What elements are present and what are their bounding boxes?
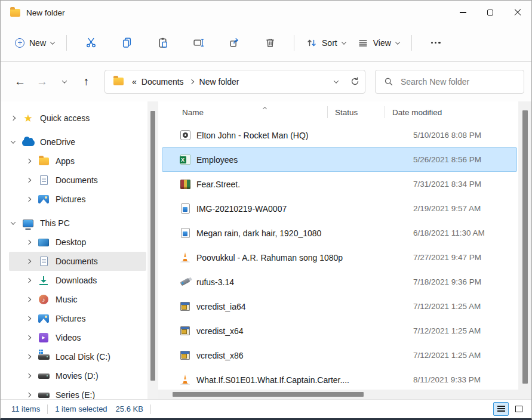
sidebar-scrollbar-thumb[interactable] — [150, 111, 155, 381]
chevron-right-icon[interactable] — [26, 279, 32, 282]
minimize-button[interactable] — [449, 1, 476, 24]
chevron-right-icon — [189, 79, 193, 84]
file-row[interactable]: Fear.Street. 7/31/2021 8:34 PM — [162, 172, 517, 196]
sidebar-item-quick-access[interactable]: ★ Quick access — [9, 109, 146, 128]
details-view-button[interactable] — [493, 402, 509, 416]
file-date: 7/18/2021 9:36 PM — [413, 277, 481, 286]
computer-icon — [20, 220, 36, 227]
search-input[interactable] — [401, 77, 518, 87]
cut-button[interactable] — [79, 31, 103, 55]
forward-button[interactable]: → — [31, 71, 53, 92]
file-row[interactable]: Megan rain, dark hair, 1920_1080 6/18/20… — [162, 221, 517, 245]
picture-icon — [36, 314, 51, 323]
vertical-scrollbar-thumb[interactable] — [522, 110, 528, 384]
file-row[interactable]: rufus-3.14 7/18/2021 9:36 PM — [162, 270, 517, 294]
up-button[interactable]: ↑ — [75, 71, 97, 92]
file-row[interactable]: vcredist_x86 7/12/2021 1:25 AM — [162, 343, 517, 368]
vertical-scrollbar[interactable] — [518, 101, 531, 399]
address-dropdown-chevron[interactable] — [334, 78, 339, 83]
sidebar-item-documents[interactable]: Documents — [9, 252, 146, 271]
file-explorer-window: New folder New — [0, 0, 532, 420]
sidebar-item-onedrive-pictures[interactable]: Pictures — [9, 190, 146, 209]
sidebar-item-local-disk-c[interactable]: Local Disk (C:) — [9, 347, 146, 366]
sidebar-scrollbar[interactable] — [147, 101, 158, 399]
breadcrumb-documents[interactable]: Documents — [139, 77, 186, 87]
paste-button[interactable] — [150, 31, 174, 55]
sidebar-item-series-e[interactable]: Series (E:) — [9, 385, 146, 399]
breadcrumb-collapsed-indicator[interactable]: « — [130, 77, 139, 87]
horizontal-scrollbar-thumb[interactable] — [173, 392, 364, 397]
chevron-right-icon[interactable] — [26, 240, 32, 244]
window-folder-icon — [10, 9, 20, 17]
file-row[interactable]: Elton John - Rocket Man (HQ) 5/10/2016 8… — [162, 123, 517, 147]
sidebar-item-label: Videos — [56, 333, 81, 342]
chevron-right-icon[interactable] — [26, 260, 32, 263]
horizontal-scrollbar[interactable] — [158, 390, 518, 399]
file-row[interactable]: vcredist_x64 7/12/2021 1:25 AM — [162, 319, 517, 343]
sidebar-item-onedrive[interactable]: OneDrive — [9, 132, 146, 152]
delete-trash-icon — [265, 37, 276, 48]
file-row[interactable]: vcredist_ia64 7/12/2021 1:25 AM — [162, 294, 517, 319]
status-separator — [150, 404, 151, 414]
chevron-down-icon[interactable] — [10, 221, 16, 225]
sidebar-item-music[interactable]: ♪ Music — [9, 290, 146, 309]
file-row-selected[interactable]: Employees 5/26/2021 8:56 PM — [162, 147, 517, 172]
column-header-status[interactable]: Status — [327, 108, 385, 117]
chevron-right-icon[interactable] — [26, 374, 32, 378]
file-name: vcredist_x64 — [196, 326, 355, 336]
file-name: Fear.Street. — [196, 180, 355, 189]
file-name: rufus-3.14 — [196, 277, 355, 287]
sidebar-item-movies-d[interactable]: Movies (D:) — [9, 366, 146, 385]
sort-button[interactable]: Sort — [300, 31, 352, 55]
back-button[interactable]: ← — [9, 71, 31, 92]
sidebar-item-label: Movies (D:) — [56, 371, 99, 381]
window-controls — [449, 1, 531, 24]
file-row[interactable]: What.If.S01E01.What.If.Captain.Carter...… — [162, 368, 517, 392]
sidebar-item-this-pc[interactable]: This PC — [9, 214, 146, 233]
chevron-right-icon[interactable] — [26, 298, 32, 301]
file-row[interactable]: IMG-20210219-WA0007 2/19/2021 9:57 AM — [162, 196, 517, 221]
file-date: 7/12/2021 1:25 AM — [413, 351, 481, 360]
usb-app-icon — [179, 280, 191, 284]
chevron-right-icon[interactable] — [26, 178, 32, 182]
sidebar-item-onedrive-documents[interactable]: Documents — [9, 171, 146, 190]
sidebar-item-desktop[interactable]: Desktop — [9, 233, 146, 252]
delete-button[interactable] — [258, 31, 282, 55]
new-button[interactable]: New — [9, 31, 60, 55]
close-button[interactable] — [504, 1, 531, 24]
search-box[interactable] — [375, 70, 524, 94]
file-name: What.If.S01E01.What.If.Captain.Carter...… — [196, 375, 355, 385]
refresh-icon[interactable] — [350, 76, 360, 87]
recent-locations-button[interactable] — [53, 71, 75, 92]
view-button[interactable]: View — [352, 31, 405, 55]
file-row[interactable]: Poovukkul - A.R. Rahuman song 1080p 7/27… — [162, 245, 517, 270]
sidebar-item-downloads[interactable]: Downloads — [9, 271, 146, 290]
maximize-button[interactable] — [476, 1, 504, 24]
address-bar[interactable]: « Documents New folder — [104, 70, 365, 94]
chevron-right-icon[interactable] — [26, 355, 32, 359]
toolbar-separator — [411, 35, 412, 51]
chevron-right-icon[interactable] — [26, 393, 32, 397]
breadcrumb-current-folder[interactable]: New folder — [197, 77, 242, 87]
rename-button[interactable] — [186, 31, 210, 55]
chevron-right-icon[interactable] — [26, 336, 32, 339]
copy-button[interactable] — [115, 31, 139, 55]
column-header-name[interactable]: Name — [158, 108, 327, 117]
chevron-down-icon — [61, 78, 66, 83]
see-more-button[interactable] — [424, 31, 448, 55]
sidebar-item-pictures[interactable]: Pictures — [9, 309, 146, 328]
large-icons-view-button[interactable] — [511, 402, 527, 416]
sidebar-item-apps[interactable]: Apps — [9, 152, 146, 171]
share-button[interactable] — [222, 31, 246, 55]
sidebar-item-videos[interactable]: ▶ Videos — [9, 328, 146, 347]
chevron-down-icon[interactable] — [10, 140, 16, 144]
chevron-right-icon[interactable] — [26, 197, 32, 201]
file-name: Employees — [196, 155, 355, 165]
column-header-date-modified[interactable]: Date modified — [385, 108, 442, 117]
installer-file-icon — [179, 302, 191, 311]
chevron-right-icon[interactable] — [26, 317, 32, 320]
chevron-right-icon[interactable] — [26, 159, 32, 163]
chevron-right-icon[interactable] — [10, 116, 16, 120]
image-file-icon — [179, 203, 191, 214]
installer-file-icon — [179, 326, 191, 335]
